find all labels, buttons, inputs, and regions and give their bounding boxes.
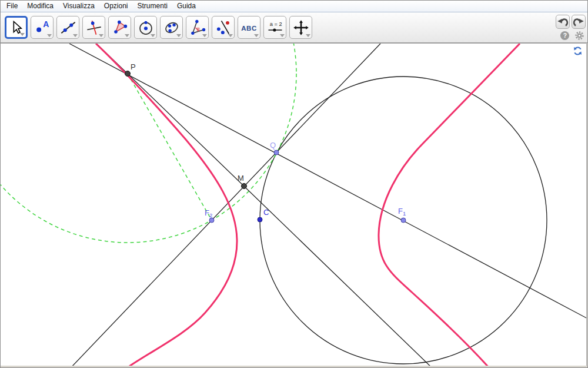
point-label-C: C — [263, 208, 269, 217]
point-label-Q: Q — [270, 141, 276, 150]
refresh-view-icon[interactable] — [573, 46, 583, 56]
ellipse-tool-icon — [163, 19, 180, 36]
tool-slider-button[interactable]: a = 2 — [263, 16, 286, 39]
tool-reflect-button[interactable] — [212, 16, 235, 39]
tool-text-button[interactable]: ABC — [238, 16, 260, 39]
hyperbola-right-branch[interactable] — [379, 44, 520, 367]
tool-dropdown-arrow[interactable] — [73, 34, 78, 37]
menu-bar: File Modifica Visualizza Opzioni Strumen… — [1, 1, 587, 12]
perpendicular-line-tool-icon — [86, 19, 102, 36]
tool-angle-button[interactable]: α — [186, 16, 209, 39]
tool-dropdown-arrow[interactable] — [99, 34, 103, 37]
menu-file[interactable]: File — [2, 1, 22, 12]
point-P[interactable] — [125, 71, 131, 77]
menu-strumenti[interactable]: Strumenti — [133, 1, 172, 12]
move-view-icon — [293, 19, 309, 36]
tool-perpendicular-line-button[interactable] — [82, 16, 105, 39]
graphics-view[interactable]: PQMF2CF1 — [1, 43, 587, 367]
svg-text:?: ? — [563, 32, 567, 39]
geometry-svg: PQMF2CF1 — [1, 44, 587, 367]
point-label-P: P — [131, 62, 136, 71]
tool-dropdown-arrow[interactable] — [20, 33, 25, 36]
geogebra-window: File Modifica Visualizza Opzioni Strumen… — [0, 0, 588, 368]
tool-move-button[interactable] — [5, 16, 28, 39]
undo-icon — [556, 15, 569, 28]
point-tool-icon: A — [34, 19, 51, 36]
point-label-F1: F1 — [398, 207, 406, 217]
dashed-segment-P-F2[interactable] — [128, 74, 212, 220]
window-bottom-frame — [1, 366, 587, 367]
line-tool-icon — [60, 19, 76, 36]
tool-dropdown-arrow[interactable] — [228, 34, 233, 37]
point-label-F2: F2 — [205, 208, 212, 218]
dashed-circle-center-P[interactable] — [1, 44, 296, 243]
point-F2[interactable] — [209, 218, 214, 223]
tool-move-view-button[interactable] — [289, 16, 312, 39]
menu-modifica[interactable]: Modifica — [22, 1, 58, 12]
svg-text:a = 2: a = 2 — [269, 21, 282, 26]
point-F1[interactable] — [401, 218, 406, 223]
polygon-tool-icon — [112, 19, 128, 36]
tangent-line-P-M[interactable] — [96, 44, 433, 367]
gear-icon — [574, 31, 584, 41]
tool-dropdown-arrow[interactable] — [151, 34, 155, 37]
tool-polygon-button[interactable] — [108, 16, 131, 39]
redo-icon — [572, 15, 585, 28]
tool-dropdown-arrow[interactable] — [202, 34, 207, 37]
point-C[interactable] — [258, 217, 262, 222]
slider-tool-icon: a = 2 — [266, 19, 284, 36]
redo-button[interactable] — [572, 15, 586, 29]
reflect-tool-icon — [215, 19, 232, 36]
text-tool-icon: ABC — [240, 19, 258, 36]
tool-circle-button[interactable] — [134, 16, 157, 39]
svg-text:A: A — [43, 19, 49, 29]
tool-dropdown-arrow[interactable] — [280, 34, 285, 37]
circle-tool-icon — [138, 19, 154, 36]
svg-text:α: α — [196, 25, 200, 31]
tool-dropdown-arrow[interactable] — [176, 34, 181, 37]
angle-tool-icon: α — [189, 19, 206, 36]
menu-visualizza[interactable]: Visualizza — [58, 1, 99, 12]
tool-dropdown-arrow[interactable] — [47, 34, 52, 37]
settings-gear-button[interactable] — [574, 31, 584, 41]
help-button[interactable]: ? — [560, 31, 570, 41]
tool-conic-button[interactable] — [160, 16, 183, 39]
menu-guida[interactable]: Guida — [172, 1, 201, 12]
tool-dropdown-arrow[interactable] — [125, 34, 129, 37]
toolbar-right-controls: ? — [554, 15, 586, 43]
point-label-M: M — [238, 174, 244, 183]
point-M[interactable] — [242, 184, 247, 189]
line-P-Q-F1[interactable] — [69, 44, 587, 319]
tool-line-button[interactable] — [56, 16, 79, 39]
toolbar: A — [1, 12, 587, 43]
tool-dropdown-arrow[interactable] — [254, 34, 259, 37]
svg-text:ABC: ABC — [241, 24, 257, 31]
hyperbola-left-branch[interactable] — [96, 44, 237, 367]
tool-point-button[interactable]: A — [31, 16, 54, 39]
point-Q[interactable] — [274, 150, 279, 155]
tool-dropdown-arrow[interactable] — [306, 34, 310, 37]
line-Q-M-F2[interactable] — [70, 44, 380, 367]
menu-opzioni[interactable]: Opzioni — [99, 1, 133, 12]
undo-button[interactable] — [556, 15, 570, 29]
